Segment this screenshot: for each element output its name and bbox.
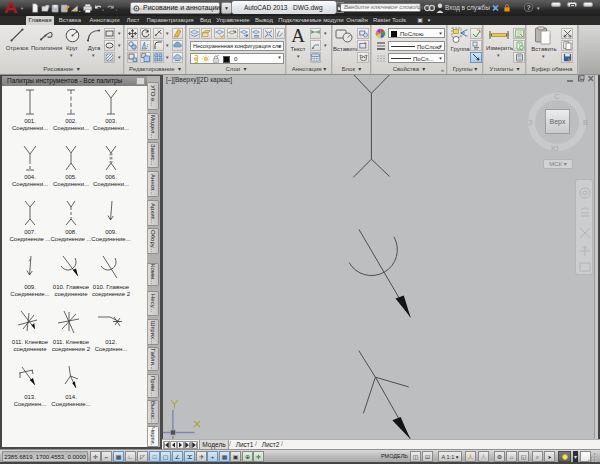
svg-text:?: ? [527,4,531,11]
